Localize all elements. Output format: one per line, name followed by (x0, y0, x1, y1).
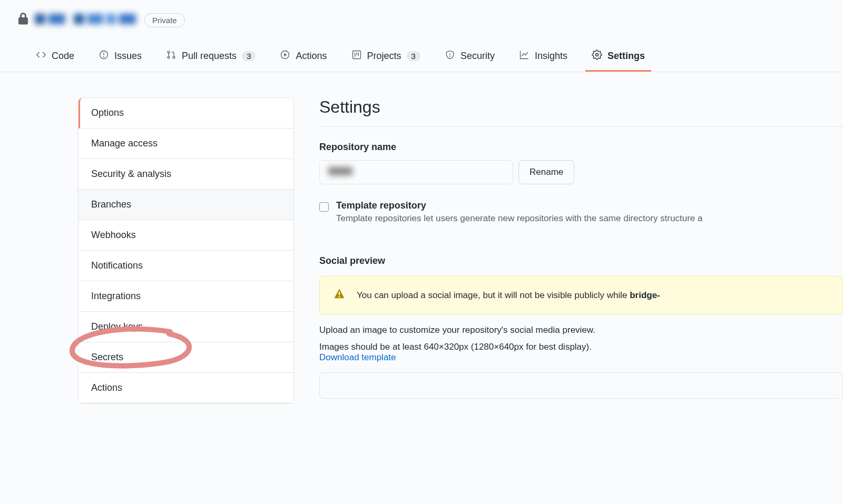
projects-count: 3 (407, 51, 420, 61)
visibility-badge: Private (144, 13, 185, 27)
tab-code[interactable]: Code (30, 42, 81, 72)
repo-name-redacted (74, 14, 139, 26)
svg-point-2 (104, 56, 104, 57)
template-repository-checkbox[interactable] (319, 202, 329, 212)
settings-sidebar: Options Manage access Security & analysi… (78, 97, 294, 404)
tab-actions[interactable]: Actions (273, 42, 333, 72)
sidebar-item-actions[interactable]: Actions (79, 373, 293, 403)
sidebar-item-secrets[interactable]: Secrets (79, 342, 293, 373)
settings-title: Settings (319, 97, 843, 117)
tab-label: Projects (367, 51, 401, 62)
svg-point-3 (168, 51, 170, 53)
svg-point-5 (173, 56, 175, 58)
svg-point-13 (449, 56, 450, 56)
repo-owner-redacted (35, 14, 68, 26)
alert-icon (334, 288, 345, 302)
repo-name-value-redacted (328, 167, 356, 177)
tab-label: Issues (114, 51, 142, 62)
template-repository-hint: Template repositories let users generate… (336, 213, 702, 224)
tab-label: Pull requests (182, 51, 237, 62)
sidebar-item-security-analysis[interactable]: Security & analysis (79, 159, 293, 190)
social-preview-upload-box[interactable] (319, 372, 843, 399)
upload-hint: Upload an image to customize your reposi… (319, 325, 843, 335)
warning-text: You can upload a social image, but it wi… (357, 290, 660, 301)
repo-name-label: Repository name (319, 142, 843, 153)
shield-icon (445, 50, 455, 63)
tab-insights[interactable]: Insights (513, 42, 574, 72)
sidebar-item-options[interactable]: Options (79, 98, 293, 129)
lock-icon (17, 13, 30, 27)
play-icon (280, 50, 290, 63)
sidebar-item-notifications[interactable]: Notifications (79, 251, 293, 281)
svg-point-14 (595, 54, 598, 56)
tab-settings[interactable]: Settings (585, 42, 651, 72)
code-icon (36, 50, 46, 63)
download-template-link[interactable]: Download template (319, 352, 396, 362)
issue-icon (99, 50, 109, 63)
tab-label: Security (460, 51, 495, 62)
pull-requests-count: 3 (242, 51, 256, 61)
tab-label: Actions (296, 51, 327, 62)
svg-point-4 (168, 56, 170, 58)
tab-issues[interactable]: Issues (92, 42, 148, 72)
sidebar-item-deploy-keys[interactable]: Deploy keys (79, 312, 293, 342)
tab-label: Code (52, 51, 74, 62)
repo-header: Private (0, 0, 843, 27)
sidebar-item-branches[interactable]: Branches (79, 190, 293, 220)
social-preview-warning: You can upload a social image, but it wi… (319, 276, 843, 314)
tab-security[interactable]: Security (438, 42, 501, 72)
social-preview-heading: Social preview (319, 255, 843, 266)
settings-layout: Options Manage access Security & analysi… (0, 72, 843, 404)
repo-title-row: Private (17, 13, 826, 27)
svg-marker-7 (285, 53, 287, 57)
gear-icon (592, 50, 602, 63)
tab-label: Insights (535, 51, 567, 62)
sidebar-item-manage-access[interactable]: Manage access (79, 129, 293, 159)
sidebar-item-webhooks[interactable]: Webhooks (79, 220, 293, 251)
pull-request-icon (166, 50, 177, 63)
tab-pull-requests[interactable]: Pull requests 3 (160, 42, 262, 72)
graph-icon (519, 50, 530, 63)
repo-nav: Code Issues Pull requests 3 Actions Proj… (0, 42, 843, 72)
sidebar-item-integrations[interactable]: Integrations (79, 281, 293, 312)
tab-label: Settings (607, 51, 645, 62)
rename-button[interactable]: Rename (518, 160, 574, 184)
project-icon (351, 50, 362, 63)
tab-projects[interactable]: Projects 3 (345, 42, 427, 72)
divider (319, 126, 843, 127)
image-size-hint: Images should be at least 640×320px (128… (319, 342, 843, 363)
settings-main: Settings Repository name Rename Template… (319, 97, 843, 404)
template-repository-label: Template repository (336, 200, 702, 211)
repo-name-input[interactable] (319, 160, 513, 184)
